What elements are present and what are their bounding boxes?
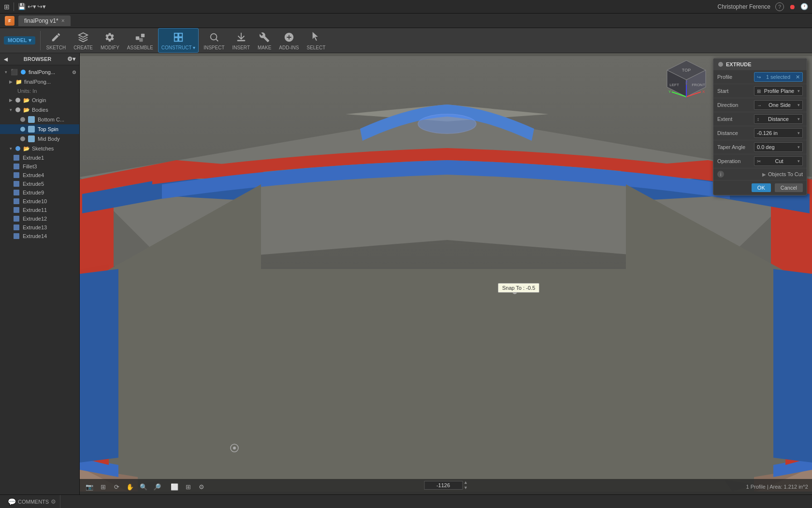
undo-button[interactable]: ↩▾ xyxy=(28,3,36,10)
tree-item-sketches[interactable]: ▾ 📂 Sketches xyxy=(0,144,79,153)
extrude-title: EXTRUDE xyxy=(726,61,752,67)
tree-item-bodies[interactable]: ▾ 📂 Bodies xyxy=(0,105,79,115)
save-button[interactable]: 💾 xyxy=(18,3,26,10)
mode-label[interactable]: MODEL ▾ xyxy=(4,36,35,45)
direction-label: Direction xyxy=(717,102,752,108)
start-text: Profile Plane xyxy=(764,88,794,94)
viewport-status: 1 Profile | Area: 1.212 in^2 xyxy=(746,484,809,490)
taper-angle-value[interactable]: 0.0 deg ▾ xyxy=(754,142,803,152)
coordinate-input-area: ▲ ▼ xyxy=(424,480,468,491)
vp-pan-icon[interactable]: ✋ xyxy=(124,481,136,493)
sketch-items-list: Extrude1 Fillet3 Extrude4 Extrude5 Extru… xyxy=(0,153,79,240)
sidebar-settings-icon[interactable]: ⚙ xyxy=(67,56,72,62)
svg-text:Z: Z xyxy=(685,80,688,84)
close-icon[interactable]: × xyxy=(61,17,65,24)
svg-point-3 xyxy=(210,34,217,40)
help-icon[interactable]: ? xyxy=(775,2,784,11)
tree-item-extrude5[interactable]: Extrude5 xyxy=(0,179,79,188)
cancel-button[interactable]: Cancel xyxy=(775,183,803,192)
tree-item-extrude10[interactable]: Extrude10 xyxy=(0,197,79,206)
toolbar: MODEL ▾ SKETCH CREATE MODIFY ASSEMBLE CO… xyxy=(0,28,812,53)
svg-rect-2 xyxy=(139,38,143,42)
root-settings-icon[interactable]: ⚙ xyxy=(72,70,76,75)
toolbar-assemble[interactable]: ASSEMBLE xyxy=(124,29,156,52)
start-value[interactable]: ⊞ Profile Plane ▾ xyxy=(754,86,803,96)
toolbar-select[interactable]: SELECT xyxy=(304,29,328,52)
comments-section: 💬 COMMENTS ⚙ xyxy=(4,495,60,508)
tree-item-units: Units: In xyxy=(0,87,79,95)
origin-label: Origin xyxy=(32,97,46,103)
tree-item-fillet3[interactable]: Fillet3 xyxy=(0,162,79,171)
top-spin-label: Top Spin xyxy=(38,126,58,132)
sidebar-header: ◀ BROWSER ⚙ ▾ xyxy=(0,53,79,65)
toolbar-addins[interactable]: ADD-INS xyxy=(276,29,302,52)
toolbar-create[interactable]: CREATE xyxy=(71,29,96,52)
tree-item-top-spin[interactable]: Top Spin xyxy=(0,124,79,134)
info-button[interactable]: i xyxy=(717,171,724,178)
nav-cube[interactable]: TOP LEFT FRONT X Y Z xyxy=(665,58,708,102)
distance-value[interactable]: -0.126 in ▾ xyxy=(754,128,803,138)
vp-camera-icon[interactable]: 📷 xyxy=(84,481,95,493)
toolbar-construct[interactable]: CONSTRUCT ▾ xyxy=(158,28,199,53)
app-logo: F xyxy=(5,16,14,26)
comment-icon[interactable]: 💬 xyxy=(8,498,16,506)
vp-grid-icon[interactable]: ⊞ xyxy=(97,481,109,493)
direction-value[interactable]: → One Side ▾ xyxy=(754,100,803,110)
tree-item-mid-body[interactable]: Mid Body xyxy=(0,134,79,144)
comments-settings-icon[interactable]: ⚙ xyxy=(51,498,56,505)
distance-label: Distance xyxy=(717,130,752,136)
tree-item-extrude4[interactable]: Extrude4 xyxy=(0,171,79,179)
coord-input-field[interactable] xyxy=(424,481,463,490)
tree-item-extrude11[interactable]: Extrude11 xyxy=(0,206,79,214)
vp-search-icon[interactable]: 🔎 xyxy=(151,481,163,493)
apps-icon[interactable]: ⊞ xyxy=(4,3,10,11)
sidebar-close-icon[interactable]: ▾ xyxy=(72,56,75,62)
profile-selected-text: 1 selected xyxy=(766,74,790,80)
vp-orbit-icon[interactable]: ⟳ xyxy=(111,481,122,493)
panel-row-extent: Extent ↕ Distance ▾ xyxy=(713,112,807,126)
coord-stepper[interactable]: ▲ ▼ xyxy=(464,480,468,491)
vp-zoom-icon[interactable]: 🔍 xyxy=(138,481,149,493)
profile-value[interactable]: ↪ 1 selected ✕ xyxy=(754,72,803,82)
panel-buttons: OK Cancel xyxy=(713,180,807,195)
tree-item-extrude9[interactable]: Extrude9 xyxy=(0,188,79,197)
toolbar-make[interactable]: MAKE xyxy=(255,29,274,52)
file-tab[interactable]: finalPong v1* × xyxy=(18,15,71,26)
objects-to-cut-label: Objects To Cut xyxy=(768,171,803,177)
titlebar: F finalPong v1* × xyxy=(0,14,812,28)
tree-item-root[interactable]: ▾ ⬛ finalPong... ⚙ xyxy=(0,67,79,77)
tree-item-extrude1[interactable]: Extrude1 xyxy=(0,153,79,162)
redo-button[interactable]: ↪▾ xyxy=(37,3,46,10)
toolbar-modify[interactable]: MODIFY xyxy=(98,29,122,52)
extent-value[interactable]: ↕ Distance ▾ xyxy=(754,114,803,124)
toolbar-insert[interactable]: INSERT xyxy=(230,29,253,52)
tree-item-extrude14[interactable]: Extrude14 xyxy=(0,232,79,240)
scene-svg xyxy=(80,53,812,494)
panel-row-profile: Profile ↪ 1 selected ✕ xyxy=(713,70,807,84)
tree-item-named-views[interactable]: ▶ 📁 finalPong... xyxy=(0,77,79,87)
browser-expand-icon[interactable]: ◀ xyxy=(4,57,8,62)
extrude-panel: EXTRUDE Profile ↪ 1 selected ✕ Start ⊞ P… xyxy=(713,58,807,195)
svg-rect-4 xyxy=(237,40,246,42)
tree-item-extrude13[interactable]: Extrude13 xyxy=(0,223,79,232)
toolbar-sketch[interactable]: SKETCH xyxy=(44,29,69,52)
viewport[interactable]: Snap To : -0.5 TOP LEFT FRONT xyxy=(80,53,812,494)
profile-clear-button[interactable]: ✕ xyxy=(796,74,800,80)
tree-item-bottom-c[interactable]: Bottom C... xyxy=(0,115,79,124)
profile-label: Profile xyxy=(717,74,752,80)
svg-rect-0 xyxy=(136,36,139,40)
viewport-toolbar: 📷 ⊞ ⟳ ✋ 🔍 🔎 ▲ ▼ ⬜ ⊞ ⚙ 1 Profile | Area: … xyxy=(80,479,812,494)
vp-display-mode-icon[interactable]: ⬜ xyxy=(169,481,180,493)
tree-item-origin[interactable]: ▶ 📂 Origin xyxy=(0,95,79,105)
user-name: Christopher Ference xyxy=(718,3,770,10)
objects-to-cut-row[interactable]: i ▶ Objects To Cut xyxy=(713,168,807,180)
operation-value[interactable]: ✂ Cut ▾ xyxy=(754,156,803,166)
tree-item-extrude12[interactable]: Extrude12 xyxy=(0,214,79,223)
vp-settings2-icon[interactable]: ⚙ xyxy=(196,481,207,493)
bottombar: 💬 COMMENTS ⚙ xyxy=(0,494,812,508)
vp-grid2-icon[interactable]: ⊞ xyxy=(182,481,194,493)
expand-arrow: ▶ xyxy=(762,172,766,177)
extent-text: Distance xyxy=(768,116,789,122)
toolbar-inspect[interactable]: INSPECT xyxy=(201,29,227,52)
ok-button[interactable]: OK xyxy=(752,183,771,192)
